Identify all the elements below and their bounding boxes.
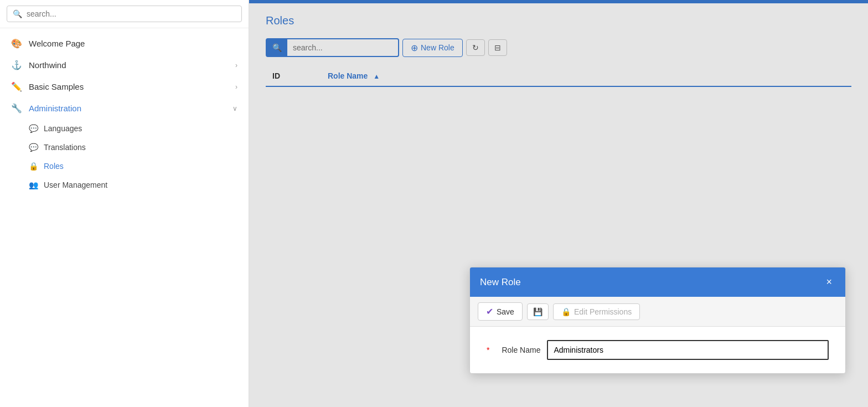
roles-icon: 🔒	[29, 162, 38, 171]
sidebar-sub-item-translations[interactable]: 💬 Translations	[0, 138, 249, 157]
user-management-icon: 👥	[29, 181, 38, 189]
sidebar-search-icon: 🔍	[13, 9, 22, 18]
role-name-input[interactable]	[547, 340, 829, 360]
sidebar-item-label: Welcome Page	[29, 39, 85, 48]
modal-overlay: New Role × ✔ Save 💾 🔒 Edit Permissions	[249, 0, 868, 407]
sidebar-sub-item-user-management[interactable]: 👥 User Management	[0, 176, 249, 194]
sidebar-search-input[interactable]	[27, 9, 236, 18]
modal-toolbar: ✔ Save 💾 🔒 Edit Permissions	[470, 297, 845, 327]
lock-icon: 🔒	[561, 307, 571, 316]
sidebar-sub-item-label: Languages	[44, 124, 82, 133]
basic-samples-icon: ✏️	[11, 81, 22, 92]
chevron-down-icon: ∨	[232, 105, 237, 112]
sidebar-search-box: 🔍	[7, 6, 242, 22]
sidebar-item-basic-samples[interactable]: ✏️ Basic Samples ›	[0, 76, 249, 97]
northwind-icon: ⚓	[11, 60, 22, 70]
modal-header: New Role ×	[470, 267, 845, 297]
sidebar-search-container: 🔍	[0, 0, 249, 28]
check-circle-icon: ✔	[486, 306, 493, 317]
sidebar-sub-item-languages[interactable]: 💬 Languages	[0, 119, 249, 138]
save-label: Save	[497, 307, 514, 316]
save-icon-button[interactable]: 💾	[527, 303, 549, 320]
modal-body: * Role Name	[470, 327, 845, 373]
main-content: Roles 🔍 ⊕ New Role ↻ ⊟ ID	[249, 0, 868, 407]
sidebar-sub-item-roles[interactable]: 🔒 Roles	[0, 157, 249, 176]
welcome-page-icon: 🎨	[11, 38, 22, 49]
modal-title: New Role	[480, 277, 521, 288]
chevron-right-icon: ›	[235, 61, 237, 69]
administration-icon: 🔧	[11, 103, 22, 114]
form-row-role-name: * Role Name	[487, 340, 829, 360]
sidebar-item-label: Administration	[29, 104, 81, 113]
sidebar: 🔍 🎨 Welcome Page ⚓ Northwind › ✏️ Basic …	[0, 0, 249, 407]
new-role-modal: New Role × ✔ Save 💾 🔒 Edit Permissions	[469, 267, 846, 374]
chevron-right-icon: ›	[235, 83, 237, 91]
translations-icon: 💬	[29, 143, 38, 152]
sidebar-sub-item-label: Roles	[44, 162, 64, 171]
required-indicator: *	[487, 346, 489, 354]
floppy-disk-icon: 💾	[533, 307, 542, 316]
sidebar-sub-item-label: User Management	[44, 181, 107, 189]
sidebar-item-label: Northwind	[29, 60, 66, 70]
role-name-label: Role Name	[496, 346, 540, 354]
sidebar-nav: 🎨 Welcome Page ⚓ Northwind › ✏️ Basic Sa…	[0, 28, 249, 199]
sidebar-item-label: Basic Samples	[29, 82, 84, 91]
sidebar-item-northwind[interactable]: ⚓ Northwind ›	[0, 54, 249, 76]
modal-close-button[interactable]: ×	[823, 275, 835, 289]
sidebar-sub-item-label: Translations	[44, 143, 86, 152]
edit-permissions-button[interactable]: 🔒 Edit Permissions	[553, 303, 640, 320]
sidebar-item-welcome-page[interactable]: 🎨 Welcome Page	[0, 33, 249, 54]
save-button[interactable]: ✔ Save	[478, 302, 523, 321]
sidebar-item-administration[interactable]: 🔧 Administration ∨	[0, 97, 249, 119]
languages-icon: 💬	[29, 124, 38, 133]
edit-permissions-label: Edit Permissions	[574, 307, 632, 316]
